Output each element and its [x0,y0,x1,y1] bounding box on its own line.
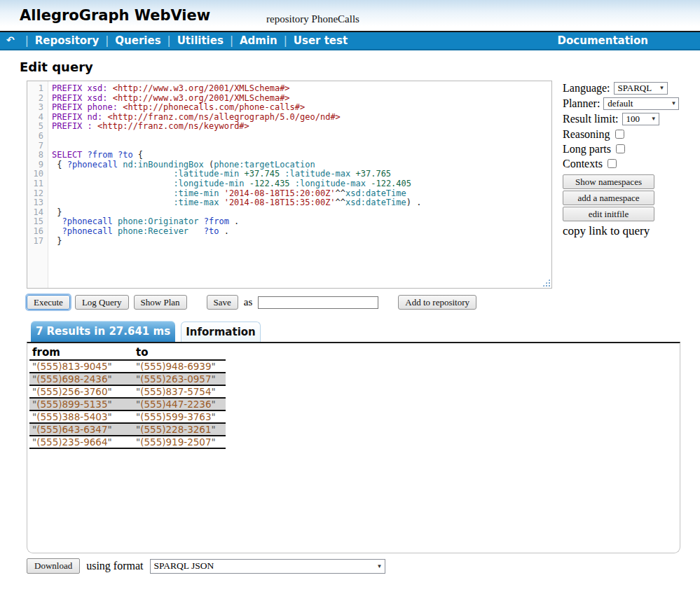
line-number: 6 [27,132,43,141]
editor-code[interactable]: PREFIX xsd: <http://www.w3.org/2001/XMLS… [48,81,551,288]
planner-row: Planner: default ▼ [563,97,700,110]
page-title: Edit query [20,60,93,74]
result-limit-row: Result limit: 100 ▼ [563,112,700,125]
dropdown-arrow-icon: ▼ [377,563,383,569]
planner-select[interactable]: default ▼ [603,97,679,110]
copy-link-to-query[interactable]: copy link to query [563,224,700,238]
show-namespaces-button[interactable]: Show namespaces [563,174,654,189]
toolbar: Execute Log Query Show Plan Save as Add … [27,295,476,310]
navbar-items: |Repository|Queries|Utilities|Admin|User… [19,34,348,47]
app-window: AllegroGraph WebView repository PhoneCal… [0,0,700,594]
reasoning-checkbox[interactable] [615,130,624,139]
tab-results[interactable]: 7 Results in 27.641 ms [31,321,175,342]
dropdown-arrow-icon: ▼ [671,100,676,106]
navbar-item-documentation[interactable]: Documentation [558,34,648,47]
code-line: :time-max '2014-08-18T15:35:00Z'^^xsd:da… [52,198,551,208]
planner-selected-value: default [608,98,633,109]
result-cell: "(555)899-5135" [29,398,133,410]
line-number: 14 [27,208,43,218]
language-selected-value: SPARQL [618,83,652,94]
repository-label: repository PhoneCalls [266,13,359,25]
language-select[interactable]: SPARQL ▼ [614,82,668,95]
column-header-to: to [133,345,226,360]
navbar: ↶ |Repository|Queries|Utilities|Admin|Us… [0,31,700,50]
app-title: AllegroGraph WebView [20,7,210,24]
table-header-row: fromto [29,345,226,360]
save-button[interactable]: Save [207,295,238,310]
download-button[interactable]: Download [27,558,80,574]
code-line: ?phonecall phone:Receiver ?to . [52,227,551,237]
line-number: 17 [27,237,43,247]
code-line: ?phonecall phone:Originator ?from . [52,217,551,227]
code-line: PREFIX xsd: <http://www.w3.org/2001/XMLS… [52,94,551,104]
line-number: 15 [27,217,43,227]
code-line: PREFIX xsd: <http://www.w3.org/2001/XMLS… [52,84,551,94]
result-cell: "(555)388-5403" [29,410,133,423]
navbar-separator: | [230,34,233,47]
table-row: "(555)388-5403""(555)599-3763" [29,410,226,423]
result-cell: "(555)919-2507" [133,436,226,448]
line-number: 1 [27,84,43,94]
result-cell: "(555)837-5754" [133,385,226,398]
execute-button[interactable]: Execute [27,295,70,310]
contexts-label: Contexts [563,158,603,170]
navbar-item-utilities[interactable]: Utilities [177,34,224,47]
contexts-checkbox[interactable] [608,159,617,168]
dropdown-arrow-icon: ▼ [659,85,665,91]
code-line: :time-min '2014-08-18T15:20:00Z'^^xsd:da… [52,189,551,199]
navbar-item-repository[interactable]: Repository [35,34,99,47]
line-number: 16 [27,227,43,237]
navbar-separator: | [284,34,287,47]
navbar-item-queries[interactable]: Queries [115,34,160,47]
show-plan-button[interactable]: Show Plan [134,295,187,310]
result-cell: "(555)948-6939" [133,360,226,373]
save-name-input[interactable] [258,296,378,309]
line-number: 10 [27,170,43,179]
code-line: :longitude-min -122.435 :longitude-max -… [52,179,551,189]
line-number: 9 [27,160,43,170]
table-row: "(555)643-6347""(555)228-3261" [29,423,226,436]
code-line: SELECT ?from ?to { [52,151,551,160]
code-line [52,132,551,141]
planner-label: Planner: [563,97,600,110]
long-parts-label: Long parts [563,143,611,156]
language-label: Language: [563,82,610,95]
navbar-item-admin[interactable]: Admin [240,34,277,47]
result-cell: "(555)256-3760" [29,385,133,398]
log-query-button[interactable]: Log Query [75,295,129,310]
navbar-separator: | [167,34,171,47]
code-line: PREFIX nd: <http://franz.com/ns/allegrog… [52,113,551,123]
line-number: 7 [27,141,43,151]
code-line: :latitude-min +37.745 :latitude-max +37.… [52,170,551,179]
navbar-separator: | [105,34,109,47]
results-panel: fromto "(555)813-9045""(555)948-6939""(5… [27,342,680,553]
download-bar: Download using format SPARQL JSON ▼ [27,558,385,574]
result-cell: "(555)599-3763" [133,410,226,423]
long-parts-checkbox[interactable] [616,144,625,153]
result-limit-select[interactable]: 100 ▼ [622,113,659,125]
tab-information[interactable]: Information [181,322,261,342]
long-parts-option: Long parts [563,143,700,155]
format-select[interactable]: SPARQL JSON ▼ [150,559,385,574]
result-cell: "(555)813-9045" [29,360,133,373]
back-icon[interactable]: ↶ [6,34,15,46]
query-editor[interactable]: 1234567891011121314151617 PREFIX xsd: <h… [27,81,552,289]
save-as-label: as [244,296,253,308]
code-line: PREFIX phone: <http://phonecalls.com/pho… [52,103,551,113]
navbar-item-user-test[interactable]: User test [294,34,348,47]
query-options-sidebar: Language: SPARQL ▼ Planner: default ▼ Re… [563,81,700,238]
add-a-namespace-button[interactable]: add a namespace [563,191,654,205]
result-cell: "(555)263-0957" [133,373,226,385]
table-row: "(555)235-9664""(555)919-2507" [29,436,226,448]
result-limit-label: Result limit: [563,113,619,125]
results-tabs: 7 Results in 27.641 msInformation [31,321,261,342]
table-row: "(555)813-9045""(555)948-6939" [29,360,226,373]
result-cell: "(555)698-2436" [29,373,133,385]
line-number: 5 [27,122,43,132]
edit-initfile-button[interactable]: edit initfile [563,207,654,221]
table-row: "(555)256-3760""(555)837-5754" [29,385,226,398]
editor-gutter: 1234567891011121314151617 [27,81,48,288]
result-cell: "(555)228-3261" [133,423,226,436]
add-to-repository-button[interactable]: Add to repository [398,295,476,310]
result-cell: "(555)447-2236" [133,398,226,410]
